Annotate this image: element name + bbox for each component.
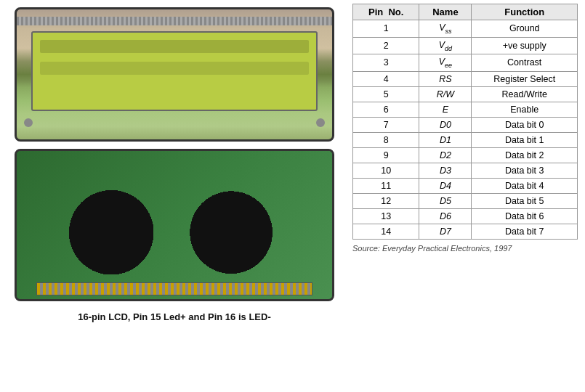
pin-name: D1 (419, 132, 472, 147)
table-row: 14D7Data bit 7 (353, 224, 578, 239)
pin-function: Data bit 0 (472, 117, 578, 132)
pin-function: Data bit 1 (472, 132, 578, 147)
pin-name: RS (419, 71, 472, 86)
pin-number: 9 (353, 147, 419, 163)
pin-number: 5 (353, 86, 419, 102)
pin-number: 10 (353, 163, 419, 178)
table-row: 1VssGround (353, 20, 578, 38)
pin-number: 1 (353, 20, 419, 38)
col-header-pin: Pin No. (353, 4, 419, 20)
left-panel: 16-pin LCD, Pin 15 Led+ and Pin 16 is LE… (0, 0, 349, 392)
pin-function: Data bit 4 (472, 178, 578, 193)
pin-number: 8 (353, 132, 419, 147)
pin-number: 7 (353, 117, 419, 132)
table-row: 6EEnable (353, 102, 578, 117)
mounting-hole-tr (316, 118, 325, 127)
pin-number: 14 (353, 224, 419, 239)
pin-function: Data bit 7 (472, 224, 578, 239)
col-header-name: Name (419, 4, 472, 20)
pin-name: R/W (419, 86, 472, 102)
pin-number: 3 (353, 54, 419, 72)
pin-name: D2 (419, 147, 472, 163)
mounting-hole-tl (24, 118, 33, 127)
lcd-bottom-image (15, 149, 334, 301)
pin-function: Data bit 2 (472, 147, 578, 163)
pin-name: Vss (419, 20, 472, 38)
pin-number: 12 (353, 193, 419, 208)
pin-function: Read/Write (472, 86, 578, 102)
pin-function: Enable (472, 102, 578, 117)
right-panel: Pin No. Name Function 1VssGround2Vdd+ve … (349, 0, 585, 392)
table-row: 13D6Data bit 6 (353, 208, 578, 224)
table-row: 10D3Data bit 3 (353, 163, 578, 178)
pin-function: Ground (472, 20, 578, 38)
image-caption: 16-pin LCD, Pin 15 Led+ and Pin 16 is LE… (78, 311, 270, 322)
table-row: 11D4Data bit 4 (353, 178, 578, 193)
table-header-row: Pin No. Name Function (353, 4, 578, 20)
col-header-function: Function (472, 4, 578, 20)
pin-number: 13 (353, 208, 419, 224)
pin-number: 6 (353, 102, 419, 117)
pin-number: 11 (353, 178, 419, 193)
table-row: 8D1Data bit 1 (353, 132, 578, 147)
pin-table: Pin No. Name Function 1VssGround2Vdd+ve … (352, 4, 578, 240)
source-text: Source: Everyday Practical Electronics, … (352, 244, 578, 253)
pin-name: D5 (419, 193, 472, 208)
pin-name: D0 (419, 117, 472, 132)
pin-name: D7 (419, 224, 472, 239)
lcd-screen (31, 31, 318, 111)
table-row: 3VeeContrast (353, 54, 578, 72)
pin-name: D3 (419, 163, 472, 178)
pin-name: Vee (419, 54, 472, 72)
pin-function: Contrast (472, 54, 578, 72)
table-row: 9D2Data bit 2 (353, 147, 578, 163)
pin-strip (36, 282, 312, 295)
table-row: 4RSRegister Select (353, 71, 578, 86)
pin-function: Data bit 5 (472, 193, 578, 208)
pin-function: Data bit 6 (472, 208, 578, 224)
pin-name: D6 (419, 208, 472, 224)
pin-function: +ve supply (472, 37, 578, 54)
pin-number: 4 (353, 71, 419, 86)
table-row: 7D0Data bit 0 (353, 117, 578, 132)
pin-function: Data bit 3 (472, 163, 578, 178)
pin-function: Register Select (472, 71, 578, 86)
pin-number: 2 (353, 37, 419, 54)
pcb-background (17, 151, 332, 299)
pin-name: Vdd (419, 37, 472, 54)
pin-name: D4 (419, 178, 472, 193)
table-row: 5R/WRead/Write (353, 86, 578, 102)
pin-name: E (419, 102, 472, 117)
table-row: 12D5Data bit 5 (353, 193, 578, 208)
table-row: 2Vdd+ve supply (353, 37, 578, 54)
lcd-top-image (15, 7, 334, 142)
